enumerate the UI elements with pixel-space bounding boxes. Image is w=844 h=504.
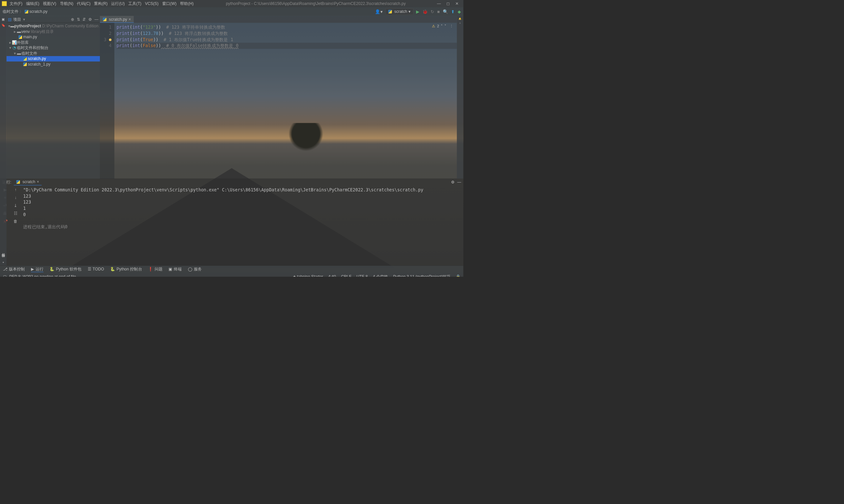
line-number[interactable]: 2	[100, 30, 111, 37]
interpreter-status[interactable]: Python 3.11 (pythonProject)技巧	[393, 274, 451, 277]
notifications-icon[interactable]: 🔔	[459, 17, 461, 20]
tree-root[interactable]: ▾ ▬ pythonProject D:\PyCharm Community E…	[6, 23, 100, 29]
more-icon[interactable]: ⋮	[450, 24, 453, 28]
menu-run[interactable]: 运行(U)	[111, 1, 125, 6]
debug-button[interactable]: 🐞	[422, 9, 428, 14]
editor-tab-scratch[interactable]: scratch.py ×	[100, 16, 134, 23]
todo-tool-button[interactable]: ☰TODO	[88, 267, 104, 271]
bookmarks-stripe-icon[interactable]: 🔖	[1, 23, 5, 27]
tree-root-hint: D:\PyCharm Community Edition 202...	[42, 24, 100, 28]
run-more-button[interactable]: ↻	[431, 9, 434, 14]
menu-window[interactable]: 窗口(W)	[162, 1, 177, 6]
editor-gutter[interactable]: 1 2 3 4	[100, 23, 115, 179]
hide-panel-icon[interactable]: —	[457, 180, 461, 184]
run-out-line: 1	[23, 205, 463, 212]
vcs-tool-button[interactable]: ⎇版本控制	[3, 267, 25, 272]
project-scope-chevron-icon[interactable]: ▾	[23, 17, 25, 21]
terminal-tool-button[interactable]: ▣终端	[169, 267, 182, 272]
run-tool-button[interactable]: ▶运行	[31, 266, 44, 272]
editor-tab-label: scratch.py	[109, 17, 127, 22]
run-button[interactable]: ▶	[416, 9, 419, 14]
menu-code[interactable]: 代码(C)	[77, 1, 90, 6]
code-area[interactable]: print(int("123")) # 123 将字符串转换成为整数 print…	[115, 23, 457, 179]
breadcrumb-file[interactable]: scratch.py	[29, 9, 48, 14]
cursor-position[interactable]: 4:40	[328, 274, 336, 277]
project-header-label: 项目	[13, 16, 21, 22]
tool-window-toggle-icon[interactable]: ▢	[3, 274, 7, 277]
chevron-down-icon[interactable]: ˅	[444, 24, 446, 28]
file-encoding[interactable]: UTF-8	[356, 274, 367, 277]
line-number[interactable]: 4	[100, 43, 111, 49]
tree-scratches-sub[interactable]: ▾ ▬ 临时文件	[6, 51, 100, 56]
delete-button[interactable]: 🗑	[12, 218, 19, 225]
chevron-right-icon[interactable]: ▸	[13, 29, 17, 34]
project-tree[interactable]: ▾ ▬ pythonProject D:\PyCharm Community E…	[6, 23, 100, 68]
ide-update-icon[interactable]: ⬆	[451, 9, 455, 14]
menu-vcs[interactable]: VCS(S)	[145, 1, 159, 6]
gear-icon[interactable]: ⚙	[451, 180, 455, 184]
stop-button[interactable]: ■	[437, 9, 440, 14]
line-number[interactable]: 1	[100, 24, 111, 31]
python-icon: 🐍	[110, 267, 115, 271]
run-output[interactable]: "D:\PyCharm Community Edition 2022.3\pyt…	[22, 185, 464, 266]
menu-refactor[interactable]: 重构(R)	[94, 1, 107, 6]
database-stripe-icon[interactable]: ⌂	[460, 22, 461, 24]
menu-navigate[interactable]: 导航(N)	[60, 1, 73, 6]
line-separator[interactable]: CRLF	[341, 274, 351, 277]
up-button[interactable]: ↑	[12, 186, 19, 193]
tree-external[interactable]: ▸ 📊 外部库	[6, 40, 100, 45]
search-icon[interactable]: 🔍	[443, 9, 448, 14]
chevron-right-icon[interactable]: ▸	[8, 40, 12, 45]
layout-button[interactable]: ☷	[12, 210, 19, 217]
project-stripe-icon[interactable]: ▣	[2, 17, 5, 21]
services-tool-button[interactable]: ◯服务	[188, 267, 202, 272]
tabnine-status[interactable]: ✦ tabnine Starter	[293, 274, 323, 277]
menu-help[interactable]: 帮助(H)	[180, 1, 193, 6]
tree-main[interactable]: main.py	[6, 34, 100, 39]
breakpoint-marker-icon[interactable]	[109, 38, 111, 41]
editor: scratch.py × 1 2 3 4 print(int("123")) #…	[100, 16, 457, 179]
tabnine-stripe-icon[interactable]: ✦	[2, 261, 4, 264]
indent-status[interactable]: 4 个空格	[373, 274, 388, 277]
down-button[interactable]: ↓	[12, 194, 19, 201]
inspection-widget[interactable]: ⚠ 2 ˄ ˅ ⋮	[432, 24, 453, 28]
menu-file[interactable]: 文件(F)	[10, 1, 23, 6]
breadcrumb-root[interactable]: 临时文件	[3, 9, 18, 14]
gear-icon[interactable]: ⚙	[88, 17, 92, 21]
packages-tool-button[interactable]: 🐍Python 软件包	[49, 267, 81, 272]
collapse-all-icon[interactable]: ⇵	[82, 17, 86, 21]
todo-icon: ☰	[88, 267, 91, 271]
problems-tool-button[interactable]: ❗问题	[148, 267, 162, 272]
terminal-icon: ▣	[169, 267, 172, 271]
tree-venv[interactable]: ▸ ▬ venv library根目录	[6, 29, 100, 34]
editor-body[interactable]: 1 2 3 4 print(int("123")) # 123 将字符串转换成为…	[100, 23, 457, 179]
chevron-down-icon[interactable]: ▾	[13, 51, 17, 56]
locate-icon[interactable]: ⊕	[71, 17, 74, 21]
close-tab-icon[interactable]: ×	[128, 17, 131, 22]
window-title: pythonProject - C:\Users\86156\AppData\R…	[197, 1, 434, 6]
warning-count: 2	[437, 24, 439, 28]
run-config-selector[interactable]: scratch ▾	[385, 8, 413, 15]
minimize-button[interactable]: —	[434, 1, 444, 6]
scroll-to-end-button[interactable]: ⤓	[12, 202, 19, 209]
expand-all-icon[interactable]: ⇅	[77, 17, 80, 21]
line-number[interactable]: 3	[100, 37, 111, 43]
menu-tools[interactable]: 工具(T)	[128, 1, 141, 6]
toolbox-icon[interactable]: ◆	[458, 9, 461, 14]
chevron-up-icon[interactable]: ˄	[441, 24, 443, 28]
console-tool-button[interactable]: 🐍Python 控制台	[110, 267, 142, 272]
tree-scratches[interactable]: ▾ ◔ 临时文件和控制台	[6, 45, 100, 50]
close-tab-icon[interactable]: ×	[37, 180, 39, 184]
tree-scratch1-file[interactable]: scratch_1.py	[6, 61, 100, 67]
add-user-icon[interactable]: 👤▾	[375, 9, 382, 14]
menu-view[interactable]: 视图(V)	[43, 1, 56, 6]
tree-scratch-file[interactable]: scratch.py	[6, 56, 100, 61]
hide-panel-icon[interactable]: —	[94, 17, 99, 21]
chevron-down-icon[interactable]: ▾	[8, 46, 12, 50]
run-tab[interactable]: scratch ×	[14, 179, 41, 185]
readonly-lock-icon[interactable]: 🔒	[455, 274, 461, 277]
maximize-button[interactable]: ◻	[444, 1, 452, 6]
menu-edit[interactable]: 编辑(E)	[26, 1, 39, 6]
project-view-icon[interactable]: ▤	[8, 17, 12, 21]
close-button[interactable]: ✕	[453, 1, 462, 6]
